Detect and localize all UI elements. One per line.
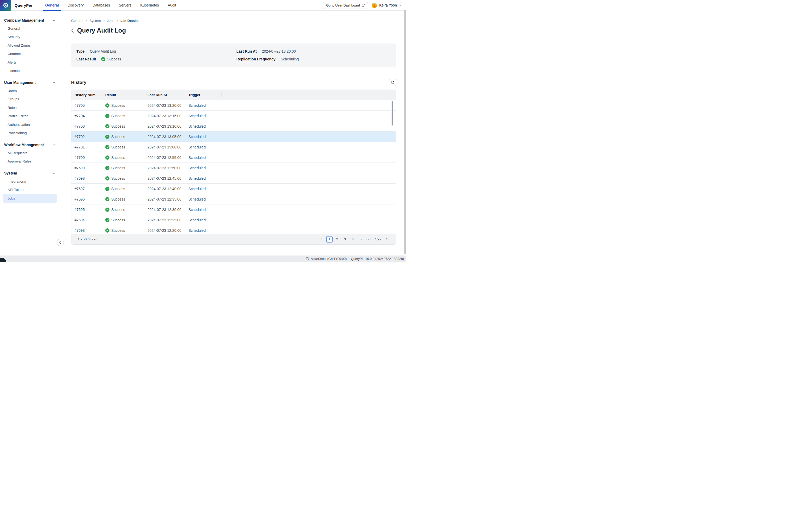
breadcrumb-item-system[interactable]: System: [90, 19, 100, 23]
sidebar-item-profile-editor[interactable]: Profile Editor: [3, 112, 57, 120]
sidebar-item-provisioning[interactable]: Provisioning: [3, 129, 57, 137]
last-run-at-cell: 2024-07-23 12:30:00: [144, 204, 185, 215]
sidebar-item-channels[interactable]: Channels: [3, 50, 57, 58]
result-text: Success: [111, 155, 125, 160]
column-header-label: Last Run At: [147, 93, 167, 97]
sidebar-section-workflow-management: Workflow ManagementAll RequestsApproval …: [0, 141, 60, 166]
check-circle-icon: [105, 228, 109, 233]
replication-frequency-value: Scheduling: [281, 57, 299, 61]
column-header-result[interactable]: Result: [102, 90, 144, 100]
sidebar-section-header-system[interactable]: System: [0, 169, 60, 177]
result-text: Success: [111, 197, 125, 201]
column-header-last-run-at[interactable]: Last Run At: [144, 90, 185, 100]
tab-general[interactable]: General: [41, 0, 63, 11]
sidebar-section-system: SystemIntegrationsAPI TokenJobs: [0, 169, 60, 202]
next-page-button[interactable]: [383, 236, 389, 243]
tab-kubernetes[interactable]: Kubernetes: [136, 0, 163, 11]
page-button-5[interactable]: 5: [357, 236, 364, 243]
trigger-cell: Scheduled: [185, 121, 222, 131]
page-button-155[interactable]: 155: [374, 236, 382, 243]
sidebar-section-header-user-management[interactable]: User Management: [0, 79, 60, 86]
trigger-cell: Scheduled: [185, 173, 222, 183]
result-cell: Success: [102, 142, 144, 152]
check-circle-icon: [105, 103, 109, 108]
history-number: #7702: [71, 132, 102, 142]
empty-cell: [222, 142, 396, 152]
table-row-7705[interactable]: #7705Success2024-07-23 13:20:00Scheduled: [71, 100, 396, 111]
table-row-7694[interactable]: #7694Success2024-07-23 12:25:00Scheduled: [71, 215, 396, 225]
check-circle-icon: [105, 197, 109, 201]
sidebar-item-groups[interactable]: Groups: [3, 95, 57, 104]
sidebar-section-title: Workflow Management: [4, 143, 44, 147]
sidebar-item-allowed-zones[interactable]: Allowed Zones: [3, 41, 57, 50]
brand-name: QueryPie: [15, 3, 32, 7]
sidebar-item-authentication[interactable]: Authentication: [3, 120, 57, 129]
querypie-logo[interactable]: [0, 0, 11, 11]
sidebar-item-roles[interactable]: Roles: [3, 103, 57, 112]
page-button-1[interactable]: 1: [326, 236, 333, 243]
table-row-7701[interactable]: #7701Success2024-07-23 13:00:00Scheduled: [71, 142, 396, 152]
sidebar-item-alerts[interactable]: Alerts: [3, 58, 57, 67]
back-button[interactable]: [71, 28, 74, 33]
refresh-button[interactable]: [389, 79, 396, 86]
sidebar-item-approval-rules[interactable]: Approval Rules: [3, 157, 57, 166]
tab-servers[interactable]: Servers: [114, 0, 136, 11]
table-row-7696[interactable]: #7696Success2024-07-23 12:35:00Scheduled: [71, 194, 396, 204]
column-header-trigger[interactable]: Trigger: [185, 90, 222, 100]
sidebar-section-user-management: User ManagementUsersGroupsRolesProfile E…: [0, 79, 60, 137]
table-row-7700[interactable]: #7700Success2024-07-23 12:55:00Scheduled: [71, 152, 396, 163]
history-number: #7698: [71, 173, 102, 183]
last-result-label: Last Result: [76, 57, 96, 61]
table-row-7698[interactable]: #7698Success2024-07-23 12:45:00Scheduled: [71, 173, 396, 184]
table-row-7702[interactable]: #7702Success2024-07-23 13:05:00Scheduled: [71, 132, 396, 142]
sidebar-item-users[interactable]: Users: [3, 86, 57, 95]
table-row-7703[interactable]: #7703Success2024-07-23 13:10:00Scheduled: [71, 121, 396, 132]
sidebar-item-jobs[interactable]: Jobs: [3, 194, 57, 202]
table-row-7704[interactable]: #7704Success2024-07-23 13:15:00Scheduled: [71, 111, 396, 121]
column-header-history-num[interactable]: History Num...: [71, 90, 102, 100]
tab-databases[interactable]: Databases: [88, 0, 114, 11]
table-row-7697[interactable]: #7697Success2024-07-23 12:40:00Scheduled: [71, 184, 396, 194]
trigger-cell: Scheduled: [185, 194, 222, 204]
table-scrollbar-thumb[interactable]: [392, 101, 393, 126]
sidebar-item-integrations[interactable]: Integrations: [3, 177, 57, 186]
sidebar-item-all-requests[interactable]: All Requests: [3, 149, 57, 157]
table-row-7693[interactable]: #7693Success2024-07-23 12:20:00Scheduled: [71, 225, 396, 234]
column-header-label: Trigger: [188, 93, 201, 97]
trigger-cell: Scheduled: [185, 184, 222, 194]
breadcrumb-chevron-icon: [103, 19, 105, 22]
table-row-7699[interactable]: #7699Success2024-07-23 12:50:00Scheduled: [71, 163, 396, 173]
table-row-7695[interactable]: #7695Success2024-07-23 12:30:00Scheduled: [71, 204, 396, 215]
sidebar-item-security[interactable]: Security: [3, 33, 57, 42]
prev-page-button[interactable]: [318, 236, 325, 243]
breadcrumb-item-list-details: List Details: [121, 19, 138, 23]
breadcrumb-item-general[interactable]: General: [71, 19, 83, 23]
page-scrollbar-thumb[interactable]: [404, 10, 406, 254]
go-to-user-dashboard-button[interactable]: Go to User Dashboard: [323, 2, 368, 9]
result-text: Success: [111, 103, 125, 108]
sidebar-section-header-company-management[interactable]: Company Management: [0, 16, 60, 24]
sidebar-item-licenses[interactable]: Licenses: [3, 67, 57, 75]
page-button-2[interactable]: 2: [334, 236, 340, 243]
version-text: QueryPie 10.0.0 (20240722-182828): [351, 257, 404, 261]
sidebar-item-general[interactable]: General: [3, 24, 57, 33]
breadcrumb-item-jobs[interactable]: Jobs: [107, 19, 114, 23]
result-cell: Success: [102, 111, 144, 121]
nav-tabs: GeneralDiscoveryDatabasesServersKubernet…: [41, 0, 180, 11]
last-run-at-cell: 2024-07-23 12:20:00: [144, 225, 185, 234]
last-run-at-cell: 2024-07-23 13:00:00: [144, 142, 185, 152]
row-range: 1 - 50 of 7705: [78, 237, 99, 241]
sidebar-item-api-token[interactable]: API Token: [3, 186, 57, 194]
tab-label: Servers: [119, 3, 131, 7]
page-button-4[interactable]: 4: [350, 236, 356, 243]
history-number: #7703: [71, 121, 102, 131]
tab-audit[interactable]: Audit: [163, 0, 180, 11]
result-text: Success: [111, 135, 125, 139]
user-menu[interactable]: Keira Yoon: [371, 3, 402, 8]
sidebar-collapse-button[interactable]: [57, 239, 64, 246]
tab-discovery[interactable]: Discovery: [63, 0, 88, 11]
page-button-3[interactable]: 3: [342, 236, 348, 243]
table-footer: 1 - 50 of 7705 12345•••155: [71, 234, 396, 244]
result-cell: Success: [102, 163, 144, 173]
sidebar-section-header-workflow-management[interactable]: Workflow Management: [0, 141, 60, 149]
